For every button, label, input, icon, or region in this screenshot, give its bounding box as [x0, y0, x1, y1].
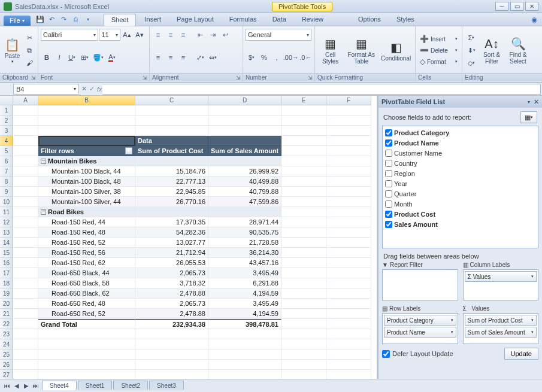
field-list-layout-button[interactable]: ▦▾: [520, 111, 537, 123]
fx-icon[interactable]: fx: [97, 86, 102, 93]
cell[interactable]: [13, 177, 38, 187]
field-checkbox[interactable]: [385, 170, 392, 177]
cell[interactable]: [208, 350, 281, 360]
cell[interactable]: [13, 329, 38, 339]
field-checkbox[interactable]: [385, 139, 392, 147]
cell[interactable]: [38, 350, 135, 360]
cell[interactable]: Road-650 Black, 58: [38, 278, 135, 288]
row-header[interactable]: 12: [0, 217, 13, 227]
cell[interactable]: 22,777.13: [135, 177, 208, 187]
cell[interactable]: 43,457.16: [208, 258, 281, 268]
field-item[interactable]: Product Category: [384, 127, 537, 138]
row-header[interactable]: 17: [0, 268, 13, 278]
cell[interactable]: [281, 207, 326, 217]
cell[interactable]: [13, 350, 38, 360]
row-header[interactable]: 2: [0, 116, 13, 126]
cell[interactable]: [13, 187, 38, 197]
cell[interactable]: 47,599.86: [208, 197, 281, 207]
field-checkbox[interactable]: [385, 200, 392, 208]
row-header[interactable]: 25: [0, 350, 13, 360]
cell[interactable]: 21,728.58: [208, 238, 281, 248]
cell[interactable]: 3,718.32: [135, 278, 208, 288]
cell[interactable]: [13, 370, 38, 379]
decrease-indent-icon[interactable]: ⇤: [194, 29, 206, 41]
area-field-item[interactable]: Product Name▾: [384, 327, 456, 338]
collapse-icon[interactable]: [41, 209, 46, 215]
number-format-combo[interactable]: General▾: [246, 29, 311, 41]
number-launcher-icon[interactable]: ⇲: [308, 75, 313, 81]
row-header[interactable]: 7: [0, 166, 13, 177]
clear-icon[interactable]: ◇▾: [465, 57, 478, 69]
cell[interactable]: [281, 288, 326, 299]
field-checkbox[interactable]: [385, 221, 392, 228]
field-checkbox[interactable]: [385, 150, 392, 157]
cell[interactable]: Road-150 Red, 44: [38, 217, 135, 227]
italic-button[interactable]: I: [53, 51, 65, 63]
cell[interactable]: [13, 238, 38, 248]
column-header-A[interactable]: A: [13, 96, 38, 105]
cell[interactable]: [38, 105, 135, 116]
format-painter-icon[interactable]: 🖌: [23, 57, 35, 69]
cell[interactable]: [281, 177, 326, 187]
cell[interactable]: [208, 339, 281, 350]
fill-color-button[interactable]: 🪣▾: [91, 51, 105, 63]
cell[interactable]: 21,712.94: [135, 248, 208, 258]
cell[interactable]: [38, 339, 135, 350]
alignment-launcher-icon[interactable]: ⇲: [236, 75, 241, 81]
cell[interactable]: [281, 319, 326, 329]
cell[interactable]: [326, 177, 371, 187]
cell[interactable]: [326, 299, 371, 309]
cell[interactable]: [326, 350, 371, 360]
cell[interactable]: [135, 339, 208, 350]
row-header[interactable]: 11: [0, 207, 13, 217]
restore-button[interactable]: ▭: [510, 2, 523, 11]
area-field-item[interactable]: Product Category▾: [384, 315, 456, 326]
task-pane-menu-icon[interactable]: ▾: [528, 99, 530, 105]
cell[interactable]: [281, 350, 326, 360]
cell[interactable]: [135, 126, 208, 136]
cell[interactable]: Road-150 Red, 48: [38, 227, 135, 238]
prev-sheet-icon[interactable]: ◀: [12, 381, 22, 391]
cell[interactable]: [208, 360, 281, 370]
cut-icon[interactable]: ✂: [23, 32, 35, 44]
cell[interactable]: 36,214.30: [208, 248, 281, 258]
cell[interactable]: [326, 217, 371, 227]
cell[interactable]: 22,945.85: [135, 187, 208, 197]
format-cells-button[interactable]: ◇Format▾: [418, 56, 459, 67]
cell[interactable]: 2,065.73: [135, 268, 208, 278]
cell[interactable]: 40,799.88: [208, 187, 281, 197]
row-header[interactable]: 5: [0, 146, 13, 156]
accounting-format-icon[interactable]: $▾: [246, 51, 258, 63]
row-header[interactable]: 19: [0, 288, 13, 299]
cell[interactable]: [13, 227, 38, 238]
cell[interactable]: [281, 370, 326, 379]
field-list[interactable]: Product CategoryProduct NameCustomer Nam…: [382, 126, 538, 248]
orientation-icon[interactable]: ⤢▾: [194, 51, 206, 63]
cell[interactable]: [281, 126, 326, 136]
cell[interactable]: [208, 156, 281, 166]
cell[interactable]: [281, 187, 326, 197]
font-name-combo[interactable]: Calibri▾: [41, 29, 98, 41]
cell[interactable]: Mountain-100 Silver, 38: [38, 187, 135, 197]
cell[interactable]: Mountain-100 Silver, 44: [38, 197, 135, 207]
cell[interactable]: [135, 156, 208, 166]
font-size-combo[interactable]: 11▾: [99, 29, 120, 41]
column-header-B[interactable]: B: [38, 96, 135, 105]
cell[interactable]: Mountain Bikes: [38, 156, 135, 166]
task-pane-close-icon[interactable]: ✕: [534, 98, 539, 106]
tab-review[interactable]: Review: [295, 14, 331, 26]
cell[interactable]: Road-650 Red, 48: [38, 299, 135, 309]
area-field-item[interactable]: Σ Values▾: [465, 271, 537, 282]
cell[interactable]: [135, 350, 208, 360]
cell[interactable]: [13, 288, 38, 299]
cell[interactable]: 398,478.81: [208, 319, 281, 329]
cell[interactable]: [208, 370, 281, 379]
cell[interactable]: [135, 360, 208, 370]
cell[interactable]: 40,499.88: [208, 177, 281, 187]
font-launcher-icon[interactable]: ⇲: [143, 75, 147, 81]
tab-insert[interactable]: Insert: [137, 14, 168, 26]
cell[interactable]: Road-150 Red, 62: [38, 258, 135, 268]
cell[interactable]: [208, 126, 281, 136]
cancel-formula-icon[interactable]: ✕: [81, 85, 87, 93]
cell[interactable]: 54,282.36: [135, 227, 208, 238]
